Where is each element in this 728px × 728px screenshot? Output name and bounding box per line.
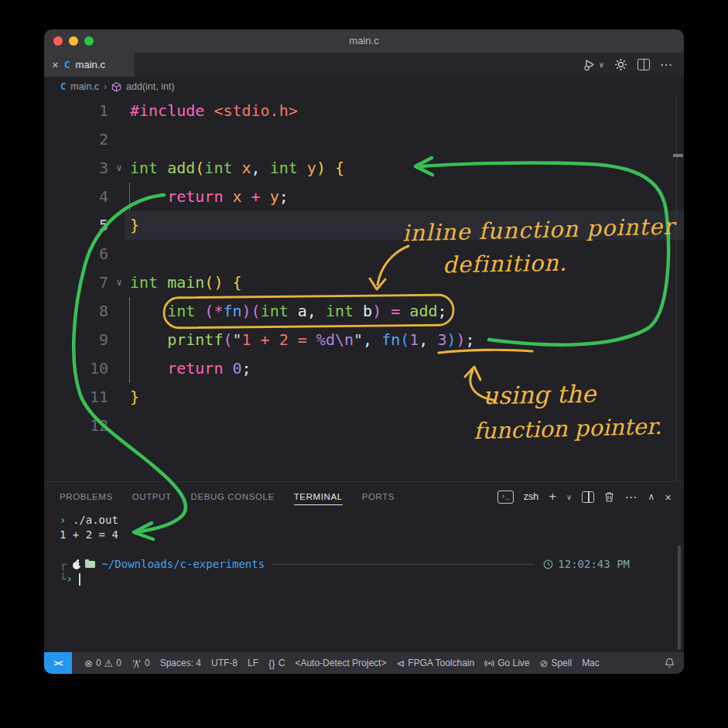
window-title: main.c — [44, 29, 684, 53]
code-line[interactable]: 6 — [44, 240, 684, 268]
fold-gutter — [108, 326, 130, 354]
c-file-icon: C — [60, 81, 66, 92]
code-line[interactable]: 5} — [44, 211, 684, 240]
cwd-path: ~/Downloads/c-experiments — [101, 557, 265, 572]
code-line[interactable]: 11} — [44, 383, 684, 412]
notifications-bell[interactable] — [665, 658, 684, 668]
fold-gutter — [108, 97, 130, 125]
code-text: printf("1 + 2 = %d\n", fn(1, 3)); — [130, 326, 684, 354]
shell-label: zsh — [524, 491, 538, 502]
panel-tab-terminal[interactable]: TERMINAL — [294, 492, 343, 505]
megaphone-icon: ⊲ — [396, 658, 405, 668]
prompt-icon: › — [66, 572, 72, 586]
split-terminal-icon[interactable] — [582, 491, 594, 503]
close-panel-icon[interactable]: × — [665, 490, 672, 504]
fpga-toolchain-status[interactable]: ⊲ FPGA Toolchain — [396, 658, 474, 668]
fold-gutter — [108, 183, 130, 211]
line-number: 4 — [44, 183, 108, 211]
editor-actions: ∨ ⋯ — [583, 53, 684, 77]
ports-status[interactable]: 0 — [132, 658, 150, 668]
code-text: return 0; — [130, 354, 684, 383]
split-editor-icon[interactable] — [637, 59, 650, 70]
line-number: 8 — [44, 297, 108, 326]
maximize-panel-icon[interactable]: ∧ — [648, 491, 655, 502]
code-text: } — [130, 383, 684, 412]
bell-icon — [665, 658, 675, 668]
code-line[interactable]: 12 — [44, 412, 684, 440]
line-number: 2 — [44, 125, 108, 154]
code-text — [130, 125, 684, 154]
panel-tab-output[interactable]: OUTPUT — [132, 492, 172, 502]
breadcrumb-separator: › — [104, 81, 107, 92]
eol-status[interactable]: LF — [248, 658, 258, 668]
tab-main-c[interactable]: × C main.c — [44, 53, 135, 77]
circle-slash-icon: ⊘ — [540, 658, 549, 668]
terminal-dropdown-icon[interactable]: ∨ — [566, 493, 572, 501]
tab-close-icon[interactable]: × — [52, 59, 59, 70]
code-line[interactable]: 8 int (*fn)(int a, int b) = add; — [44, 297, 684, 326]
panel-tab-problems[interactable]: PROBLEMS — [60, 492, 113, 502]
code-line[interactable]: 3∨int add(int x, int y) { — [44, 154, 684, 183]
fold-chevron-icon[interactable]: ∨ — [108, 268, 130, 297]
code-text: #include <stdio.h> — [130, 97, 684, 125]
problems-status[interactable]: ⊗0 ⚠0 — [84, 658, 121, 668]
run-debug-button[interactable]: ∨ — [583, 59, 604, 71]
code-line[interactable]: 7∨int main() { — [44, 268, 684, 297]
prompt-line-2[interactable]: └ › — [44, 572, 684, 586]
go-live-status[interactable]: Go Live — [484, 658, 529, 668]
fold-chevron-icon[interactable]: ∨ — [108, 154, 130, 183]
fold-gutter — [108, 412, 130, 440]
prompt-corner-bottom: └ — [60, 572, 66, 586]
indentation-status[interactable]: Spaces: 4 — [160, 658, 201, 668]
panel-tab-debug-console[interactable]: DEBUG CONSOLE — [191, 492, 275, 502]
new-terminal-button[interactable]: + — [549, 489, 556, 504]
encoding-status[interactable]: UTF-8 — [211, 658, 238, 668]
project-status[interactable]: <Auto-Detect Project> — [295, 658, 386, 668]
editor[interactable]: 1#include <stdio.h>23∨int add(int x, int… — [44, 97, 684, 481]
os-status[interactable]: Mac — [582, 658, 600, 668]
terminal-command-line: › ./a.out — [44, 513, 684, 528]
code-line[interactable]: 2 — [44, 125, 684, 154]
symbol-cube-icon — [111, 82, 121, 92]
spell-status[interactable]: ⊘ Spell — [540, 658, 572, 668]
fold-gutter — [108, 211, 130, 240]
gear-icon[interactable] — [614, 58, 627, 71]
breadcrumb-symbol[interactable]: add(int, int) — [126, 81, 175, 92]
clock-icon — [543, 559, 553, 569]
code-text: int (*fn)(int a, int b) = add; — [130, 297, 684, 326]
terminal-command: ./a.out — [73, 513, 118, 528]
more-actions-icon[interactable]: ⋯ — [660, 57, 673, 72]
breadcrumb-file[interactable]: main.c — [70, 81, 99, 92]
terminal[interactable]: › ./a.out 1 + 2 = 4 ┌ ~/Downloads/c-expe… — [44, 513, 684, 652]
broadcast-icon — [484, 658, 494, 668]
panel-tabs: PROBLEMSOUTPUTDEBUG CONSOLETERMINALPORTS — [44, 492, 395, 502]
terminal-icon: ›_ — [497, 490, 514, 504]
panel-more-icon[interactable]: ⋯ — [624, 490, 637, 504]
code-area[interactable]: 1#include <stdio.h>23∨int add(int x, int… — [44, 97, 684, 440]
apple-icon — [73, 560, 81, 569]
line-number: 11 — [44, 383, 108, 412]
code-text — [130, 412, 684, 440]
language-status[interactable]: {} C — [268, 658, 285, 668]
code-line[interactable]: 4 return x + y; — [44, 183, 684, 211]
prompt-corner-top: ┌ — [60, 557, 66, 572]
remote-indicator[interactable]: >< — [44, 652, 72, 674]
fold-gutter — [108, 383, 130, 412]
terminal-scrollbar[interactable] — [678, 545, 681, 650]
run-icon — [583, 59, 596, 71]
prompt-divider — [272, 564, 534, 565]
radio-tower-icon — [132, 658, 142, 668]
code-line[interactable]: 1#include <stdio.h> — [44, 97, 684, 125]
code-line[interactable]: 10 return 0; — [44, 354, 684, 383]
kill-terminal-icon[interactable] — [604, 491, 614, 502]
line-number: 10 — [44, 354, 108, 383]
code-text: int add(int x, int y) { — [130, 154, 684, 183]
line-number: 12 — [44, 412, 108, 440]
code-line[interactable]: 9 printf("1 + 2 = %d\n", fn(1, 3)); — [44, 326, 684, 354]
bottom-panel: PROBLEMSOUTPUTDEBUG CONSOLETERMINALPORTS… — [44, 481, 684, 652]
desktop: main.c × C main.c ∨ — [0, 0, 728, 728]
fold-gutter — [108, 354, 130, 383]
breadcrumb: C main.c › add(int, int) — [44, 77, 684, 97]
fold-gutter — [108, 240, 130, 268]
panel-tab-ports[interactable]: PORTS — [362, 492, 395, 502]
